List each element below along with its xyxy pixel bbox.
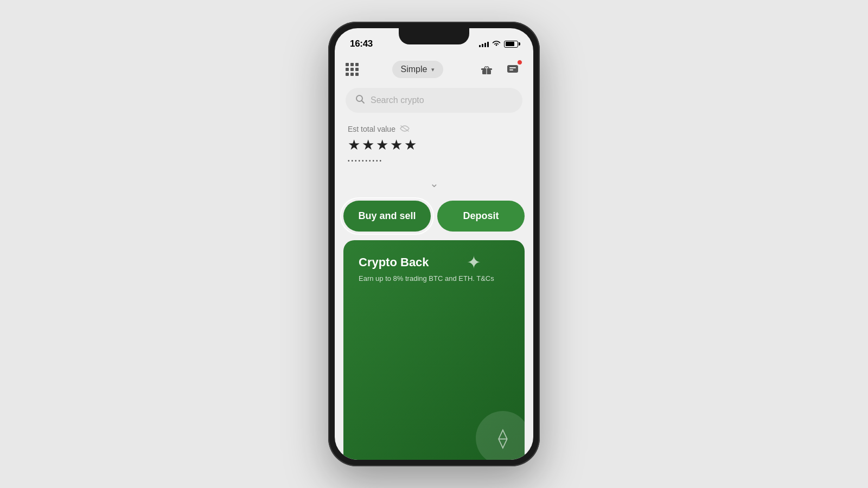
- eth-circle: ⟠: [476, 411, 525, 460]
- crypto-back-card[interactable]: ✦ Crypto Back Earn up to 8% trading BTC …: [343, 240, 525, 460]
- portfolio-details-hidden: ••••••••••: [348, 158, 520, 164]
- visibility-toggle-icon[interactable]: [400, 125, 410, 133]
- phone-screen: 16:43: [335, 28, 533, 460]
- app-content: Simple ▾: [335, 55, 533, 460]
- search-icon: [355, 94, 365, 106]
- sparkle-icon: ✦: [467, 252, 481, 273]
- notch: [399, 28, 469, 44]
- portfolio-section: Est total value ★★★★★ ••••••••••: [335, 119, 533, 172]
- phone-wrapper: 16:43: [328, 22, 540, 466]
- portfolio-value-hidden: ★★★★★: [348, 137, 520, 153]
- svg-rect-5: [509, 67, 516, 68]
- chat-button[interactable]: [503, 60, 522, 79]
- chevron-down-icon: ▾: [431, 66, 435, 73]
- search-bar[interactable]: Search crypto: [346, 88, 522, 113]
- svg-rect-6: [509, 69, 513, 70]
- gift-button[interactable]: [477, 60, 496, 79]
- deposit-button[interactable]: Deposit: [437, 201, 525, 232]
- grid-menu-icon[interactable]: [346, 63, 359, 76]
- search-container: Search crypto: [335, 85, 533, 119]
- crypto-back-subtitle: Earn up to 8% trading BTC and ETH. T&Cs: [359, 274, 509, 284]
- status-icons: [479, 40, 518, 48]
- battery-icon: [504, 41, 518, 48]
- svg-rect-4: [507, 65, 518, 73]
- notification-badge: [517, 60, 522, 65]
- ethereum-icon: ⟠: [498, 427, 508, 450]
- wifi-icon: [492, 40, 501, 48]
- buy-sell-button[interactable]: Buy and sell: [343, 201, 431, 232]
- mode-label: Simple: [401, 65, 427, 74]
- action-buttons: Buy and sell Deposit: [335, 201, 533, 240]
- top-nav: Simple ▾: [335, 55, 533, 85]
- status-time: 16:43: [350, 38, 373, 49]
- gift-icon: [480, 62, 494, 76]
- search-input[interactable]: Search crypto: [371, 95, 424, 105]
- est-total-label: Est total value: [348, 125, 395, 133]
- nav-actions: [477, 60, 522, 79]
- crypto-back-title: Crypto Back: [359, 255, 509, 269]
- chevron-down-icon: ⌄: [430, 177, 439, 190]
- svg-line-8: [362, 101, 365, 104]
- est-label-row: Est total value: [348, 125, 520, 133]
- mode-selector[interactable]: Simple ▾: [392, 61, 444, 78]
- signal-icon: [479, 41, 489, 47]
- expand-row[interactable]: ⌄: [335, 172, 533, 201]
